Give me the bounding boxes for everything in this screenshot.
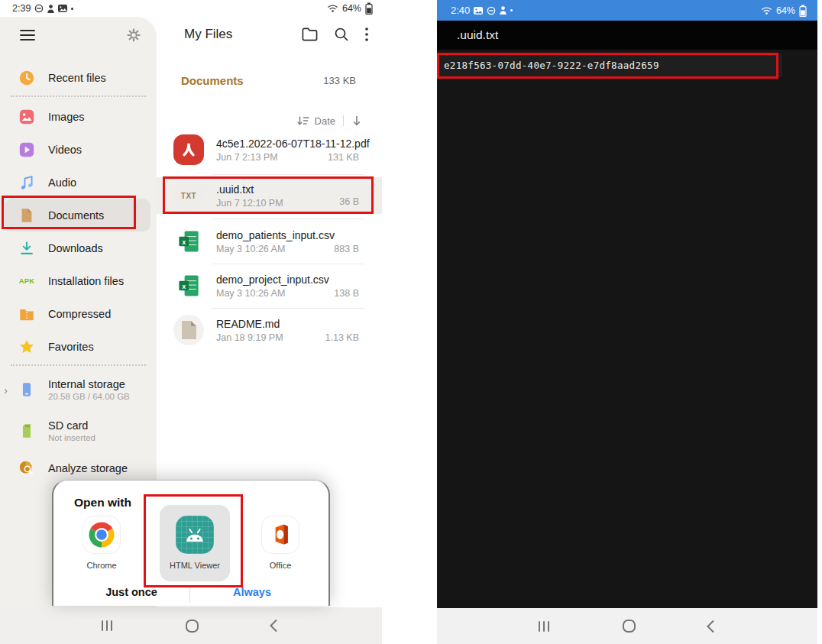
storage-usage-subtitle: 20.58 GB / 64.00 GB: [48, 392, 130, 401]
page-title: My Files: [184, 27, 232, 42]
screenshot-notification-icon: [474, 7, 483, 15]
sidebar-item-label: Installation files: [48, 275, 124, 287]
sidebar-item-favorites[interactable]: Favorites: [0, 330, 157, 363]
sidebar-item-images[interactable]: Images: [0, 100, 157, 133]
file-date: Jan 18 9:19 PM: [216, 332, 283, 343]
sidebar-item-label: Recent files: [48, 72, 106, 84]
back-button[interactable]: [269, 619, 278, 633]
just-once-button[interactable]: Just once: [78, 586, 185, 598]
app-option-office[interactable]: Office: [238, 516, 322, 570]
right-navigation-bar: [437, 608, 817, 644]
person-notification-icon: [47, 5, 54, 13]
sidebar-item-downloads[interactable]: Downloads: [0, 231, 157, 264]
annotation-box-html-viewer: [144, 494, 243, 587]
app-label: Office: [270, 561, 292, 570]
list-divider: [212, 218, 364, 219]
file-name: demo_project_input.csv: [216, 273, 329, 286]
sidebar-item-installation-files[interactable]: APK Installation files: [0, 264, 157, 297]
viewer-title: .uuid.txt: [457, 28, 498, 42]
sidebar-item-internal-storage[interactable]: › Internal storage 20.58 GB / 64.00 GB: [0, 369, 157, 410]
battery-icon: [799, 5, 807, 17]
file-size: 131 KB: [328, 152, 359, 163]
videos-icon: [18, 141, 35, 158]
dialog-title: Open with: [74, 496, 131, 510]
excel-file-icon: x: [173, 226, 204, 257]
sidebar-item-label: Compressed: [48, 308, 111, 320]
left-status-bar: 2:39 64%: [0, 0, 382, 17]
sidebar-divider: [11, 364, 146, 366]
file-date: May 3 10:26 AM: [216, 288, 329, 299]
sidebar-item-label: SD card: [48, 419, 95, 432]
left-navigation-bar: [0, 607, 382, 644]
settings-gear-icon[interactable]: [126, 28, 141, 43]
office-icon: [261, 516, 299, 554]
sd-card-icon: [18, 422, 35, 439]
sort-by-label[interactable]: Date: [315, 115, 335, 127]
generic-file-icon: [173, 315, 204, 345]
sort-direction-arrow-icon[interactable]: [351, 115, 362, 126]
svg-text:x: x: [182, 238, 186, 246]
sidebar-item-compressed[interactable]: Compressed: [0, 297, 157, 330]
file-row-csv-project[interactable]: x demo_project_input.csv May 3 10:26 AM …: [157, 266, 382, 306]
viewer-title-bar: .uuid.txt: [437, 21, 817, 50]
sidebar-item-videos[interactable]: Videos: [0, 133, 157, 166]
chrome-icon: [83, 516, 121, 554]
hamburger-menu-icon[interactable]: [20, 29, 35, 41]
breadcrumb-folder-name[interactable]: Documents: [181, 74, 244, 87]
screenshot-canvas: 2:39 64% Recent files: [0, 0, 822, 644]
sidebar-item-audio[interactable]: Audio: [0, 166, 157, 199]
my-files-app-bar: My Files: [157, 17, 382, 52]
folder-header: Documents 133 KB: [157, 69, 382, 92]
audio-note-icon: [18, 174, 35, 191]
clock-time: 2:39: [12, 3, 31, 14]
viewer-content-area: e218f563-07dd-40e7-9222-e7df8aad2659: [437, 50, 817, 608]
annotation-box-documents: [2, 196, 136, 229]
app-option-chrome[interactable]: Chrome: [60, 516, 144, 570]
pdf-file-icon: [173, 134, 204, 165]
right-phone-screenshot: 2:40 64% .uuid.txt e218f563-07dd-40e7-92…: [437, 0, 817, 644]
list-divider: [212, 264, 364, 264]
more-options-kebab-icon[interactable]: [365, 28, 368, 41]
file-name: README.md: [216, 318, 283, 330]
sidebar-item-recent-files[interactable]: Recent files: [0, 61, 157, 94]
always-button[interactable]: Always: [199, 586, 306, 598]
file-row-readme[interactable]: README.md Jan 18 9:19 PM 1.13 KB: [157, 310, 382, 350]
sidebar-list: Recent files Images Videos Audio: [0, 61, 157, 484]
sidebar-item-label: Downloads: [48, 242, 103, 254]
right-status-bar: 2:40 64%: [437, 0, 817, 21]
file-size: 883 B: [334, 244, 359, 254]
file-name: 4c5e1.2022-06-07T18-11-12.pdf: [216, 138, 370, 150]
home-button[interactable]: [623, 620, 636, 633]
sidebar-item-label: Audio: [48, 176, 76, 189]
sd-card-subtitle: Not inserted: [48, 433, 95, 442]
screenshot-notification-icon: [58, 5, 67, 12]
do-not-disturb-icon: [487, 6, 496, 15]
notification-dot-icon: [71, 8, 73, 10]
recents-button[interactable]: [102, 620, 112, 631]
new-folder-icon[interactable]: [302, 27, 318, 42]
star-icon: [18, 338, 35, 355]
annotation-box-uuid-file-row: [163, 176, 374, 214]
search-icon[interactable]: [334, 27, 349, 42]
sort-order-icon[interactable]: [297, 115, 309, 126]
expand-chevron-icon[interactable]: ›: [4, 383, 8, 396]
sidebar-item-sd-card[interactable]: SD card Not inserted: [0, 410, 157, 451]
wifi-icon: [761, 6, 772, 15]
file-row-csv-patients[interactable]: x demo_patients_input.csv May 3 10:26 AM…: [157, 222, 382, 261]
recents-button[interactable]: [539, 621, 549, 632]
compressed-folder-icon: [18, 306, 35, 322]
app-label: Chrome: [86, 561, 116, 570]
list-divider: [212, 308, 364, 309]
annotation-box-uuid-content: [437, 53, 778, 79]
download-icon: [18, 240, 35, 257]
home-button[interactable]: [186, 620, 199, 633]
clock-icon: [18, 70, 35, 86]
back-button[interactable]: [706, 620, 715, 633]
file-row-pdf[interactable]: 4c5e1.2022-06-07T18-11-12.pdf Jun 7 2:13…: [157, 130, 382, 170]
sidebar-divider: [11, 95, 146, 97]
sidebar-item-label: Favorites: [48, 341, 94, 353]
clock-time: 2:40: [451, 5, 470, 16]
file-size: 1.13 KB: [325, 332, 359, 343]
do-not-disturb-icon: [34, 4, 44, 13]
button-divider: [189, 587, 190, 603]
